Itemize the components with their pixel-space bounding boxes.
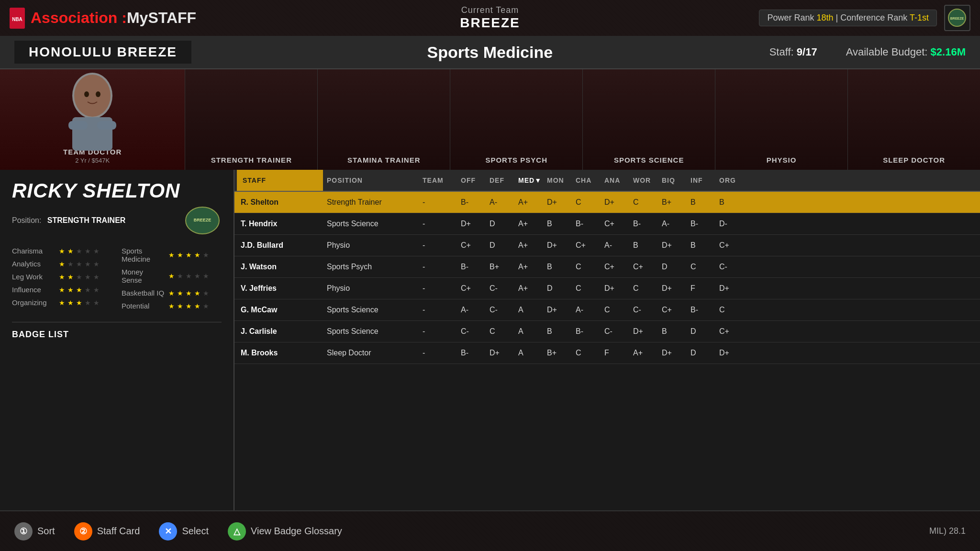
power-rank-badge: Power Rank 18th | Conference Rank T-1st [759, 10, 937, 26]
cell-mon: B+ [543, 342, 572, 364]
cell-position: Sleep Doctor [323, 342, 419, 364]
cell-med: A+ [514, 192, 543, 213]
cell-def: D [486, 235, 514, 256]
cell-def: C- [486, 278, 514, 299]
cell-biq: D+ [658, 278, 687, 299]
cell-def: B+ [486, 256, 514, 277]
cell-biq: A- [658, 213, 687, 234]
cell-position: Strength Trainer [323, 192, 419, 213]
col-header-position: POSITION [323, 170, 419, 191]
cell-cha: C [572, 342, 601, 364]
cell-wor: C- [629, 299, 658, 320]
staff-slot-stamina[interactable]: STAMINA TRAINER [318, 69, 450, 170]
status-text: MIL) 28.1 [929, 526, 966, 536]
col-header-med: MED▼ [514, 170, 543, 191]
svg-rect-11 [97, 121, 116, 130]
cell-cha: B- [572, 321, 601, 342]
cell-ana: C- [601, 321, 629, 342]
table-row[interactable]: G. McCawSports Science-A-C-AD+A-CC-C+B-C [234, 299, 980, 321]
cell-name: J. Watson [237, 256, 323, 277]
cell-team: - [419, 213, 457, 234]
svg-text:NBA: NBA [12, 17, 22, 22]
cell-org: C+ [715, 235, 744, 256]
table-row[interactable]: J. WatsonSports Psych-B-B+A+BCC+C+DCC- [234, 256, 980, 278]
team-logo-player: BREEZE [183, 206, 222, 235]
cell-wor: A+ [629, 342, 658, 364]
stat-moneysense: Money Sense ★ ★ ★ ★ ★ [122, 268, 222, 284]
action-badge-glossary[interactable]: △ View Badge Glossary [228, 522, 342, 540]
table-body: R. SheltonStrength Trainer-B-A-A+D+CD+CB… [234, 192, 980, 510]
cell-team: - [419, 299, 457, 320]
cell-org: C+ [715, 321, 744, 342]
table-row[interactable]: T. HendrixSports Science-D+DA+BB-C+B-A-B… [234, 213, 980, 235]
cell-cha: C [572, 278, 601, 299]
cell-wor: C [629, 278, 658, 299]
action-select[interactable]: ✕ Select [159, 522, 209, 540]
select-button-label: Select [182, 526, 209, 537]
svg-text:BREEZE: BREEZE [194, 218, 212, 222]
budget-info: Available Budget: $2.16M [846, 46, 966, 58]
slot-sleep-label: SLEEP DOCTOR [883, 156, 945, 164]
staff-slot-strength[interactable]: STRENGTH TRAINER [185, 69, 318, 170]
cell-biq: B+ [658, 192, 687, 213]
table-row[interactable]: V. JeffriesPhysio-C+C-A+DCD+CD+FD+ [234, 278, 980, 299]
cell-wor: B [629, 235, 658, 256]
cell-med: A [514, 342, 543, 364]
right-panel: STAFF POSITION TEAM OFF DEF MED▼ MON CHA… [234, 170, 980, 510]
action-staff-card[interactable]: ② Staff Card [74, 522, 140, 540]
cell-org: D+ [715, 278, 744, 299]
stat-influence: Influence ★ ★ ★ ★ ★ [12, 286, 112, 294]
table-header: STAFF POSITION TEAM OFF DEF MED▼ MON CHA… [234, 170, 980, 192]
cell-off: D+ [457, 213, 486, 234]
cell-team: - [419, 278, 457, 299]
cell-mon: B [543, 256, 572, 277]
cell-cha: A- [572, 299, 601, 320]
cell-biq: D+ [658, 235, 687, 256]
stat-sportsmedicine: Sports Medicine ★ ★ ★ ★ ★ [122, 247, 222, 263]
cell-team: - [419, 342, 457, 364]
staff-slot-doctor[interactable]: TEAM DOCTOR 2 Yr / $547K [0, 69, 185, 170]
doctor-portrait [0, 69, 185, 151]
cell-team: - [419, 256, 457, 277]
cell-mon: D+ [543, 192, 572, 213]
badge-glossary-button-icon: △ [228, 522, 246, 540]
team-header: HONOLULU BREEZE Sports Medicine Staff: 9… [0, 36, 980, 69]
table-row[interactable]: R. SheltonStrength Trainer-B-A-A+D+CD+CB… [234, 192, 980, 213]
table-row[interactable]: J.D. BullardPhysio-C+DA+D+C+A-BD+BC+ [234, 235, 980, 256]
cell-med: A [514, 299, 543, 320]
cell-biq: D+ [658, 342, 687, 364]
table-row[interactable]: M. BrooksSleep Doctor-B-D+AB+CFA+D+DD+ [234, 342, 980, 364]
cell-org: D+ [715, 342, 744, 364]
cell-inf: B- [687, 213, 715, 234]
stat-legwork: Leg Work ★ ★ ★ ★ ★ [12, 273, 112, 281]
col-header-inf: INF [687, 170, 715, 191]
cell-ana: C [601, 299, 629, 320]
cell-wor: D+ [629, 321, 658, 342]
col-header-cha: CHA [572, 170, 601, 191]
table-row[interactable]: J. CarlisleSports Science-C-CABB-C-D+BDC… [234, 321, 980, 342]
cell-mon: D+ [543, 235, 572, 256]
slot-strength-label: STRENGTH TRAINER [211, 156, 292, 164]
main-content: RICKY SHELTON Position: STRENGTH TRAINER… [0, 170, 980, 510]
cell-org: C- [715, 256, 744, 277]
cell-cha: C [572, 192, 601, 213]
svg-point-8 [84, 91, 89, 97]
staff-slot-psych[interactable]: SPORTS PSYCH [450, 69, 583, 170]
staff-slot-science[interactable]: SPORTS SCIENCE [583, 69, 715, 170]
cell-inf: B [687, 235, 715, 256]
cell-med: A+ [514, 213, 543, 234]
staff-slot-sleep[interactable]: SLEEP DOCTOR [848, 69, 980, 170]
slot-doctor-sublabel: 2 Yr / $547K [75, 157, 110, 164]
slot-stamina-label: STAMINA TRAINER [347, 156, 421, 164]
col-header-team: TEAM [419, 170, 457, 191]
cell-position: Physio [323, 278, 419, 299]
cell-name: R. Shelton [237, 192, 323, 213]
cell-cha: C+ [572, 235, 601, 256]
cell-ana: F [601, 342, 629, 364]
cell-ana: A- [601, 235, 629, 256]
cell-wor: B- [629, 213, 658, 234]
cell-org: B [715, 192, 744, 213]
staff-slot-physio[interactable]: PHYSIO [715, 69, 848, 170]
cell-off: C+ [457, 235, 486, 256]
action-sort[interactable]: ① Sort [14, 522, 55, 540]
